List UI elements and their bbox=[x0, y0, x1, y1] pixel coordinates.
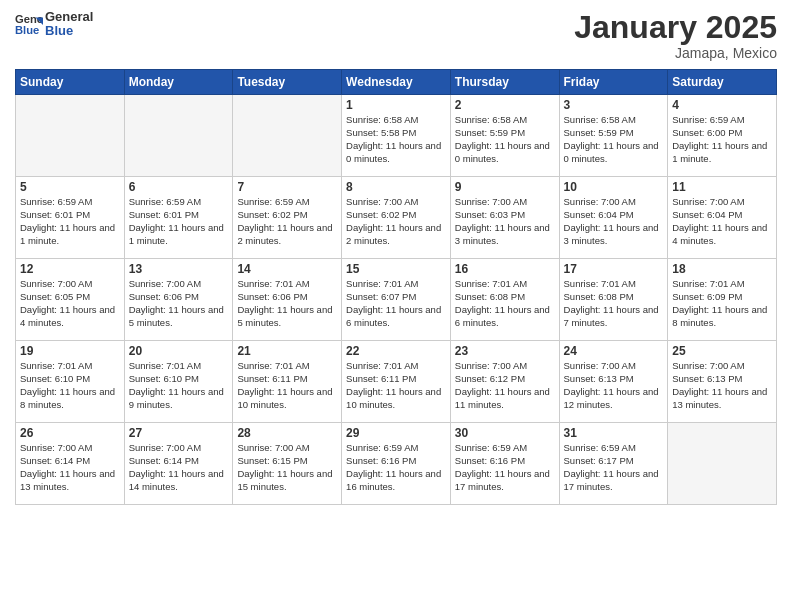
week-row-2: 12Sunrise: 7:00 AM Sunset: 6:05 PM Dayli… bbox=[16, 259, 777, 341]
calendar-cell: 10Sunrise: 7:00 AM Sunset: 6:04 PM Dayli… bbox=[559, 177, 668, 259]
day-info: Sunrise: 7:00 AM Sunset: 6:02 PM Dayligh… bbox=[346, 196, 446, 247]
day-header-saturday: Saturday bbox=[668, 70, 777, 95]
calendar-cell bbox=[124, 95, 233, 177]
day-info: Sunrise: 7:01 AM Sunset: 6:08 PM Dayligh… bbox=[564, 278, 664, 329]
day-number: 16 bbox=[455, 262, 555, 276]
day-number: 8 bbox=[346, 180, 446, 194]
calendar-cell: 28Sunrise: 7:00 AM Sunset: 6:15 PM Dayli… bbox=[233, 423, 342, 505]
day-info: Sunrise: 7:01 AM Sunset: 6:06 PM Dayligh… bbox=[237, 278, 337, 329]
day-number: 5 bbox=[20, 180, 120, 194]
day-info: Sunrise: 7:00 AM Sunset: 6:15 PM Dayligh… bbox=[237, 442, 337, 493]
title-section: January 2025 Jamapa, Mexico bbox=[574, 10, 777, 61]
calendar-cell: 14Sunrise: 7:01 AM Sunset: 6:06 PM Dayli… bbox=[233, 259, 342, 341]
calendar-cell: 18Sunrise: 7:01 AM Sunset: 6:09 PM Dayli… bbox=[668, 259, 777, 341]
calendar-cell: 23Sunrise: 7:00 AM Sunset: 6:12 PM Dayli… bbox=[450, 341, 559, 423]
day-info: Sunrise: 7:00 AM Sunset: 6:06 PM Dayligh… bbox=[129, 278, 229, 329]
day-number: 11 bbox=[672, 180, 772, 194]
calendar-cell: 1Sunrise: 6:58 AM Sunset: 5:58 PM Daylig… bbox=[342, 95, 451, 177]
calendar-cell: 2Sunrise: 6:58 AM Sunset: 5:59 PM Daylig… bbox=[450, 95, 559, 177]
day-number: 30 bbox=[455, 426, 555, 440]
calendar-cell: 21Sunrise: 7:01 AM Sunset: 6:11 PM Dayli… bbox=[233, 341, 342, 423]
logo-blue: Blue bbox=[45, 24, 93, 38]
day-number: 31 bbox=[564, 426, 664, 440]
day-info: Sunrise: 6:59 AM Sunset: 6:17 PM Dayligh… bbox=[564, 442, 664, 493]
day-info: Sunrise: 7:00 AM Sunset: 6:12 PM Dayligh… bbox=[455, 360, 555, 411]
page: General Blue General Blue January 2025 J… bbox=[0, 0, 792, 612]
day-info: Sunrise: 7:00 AM Sunset: 6:14 PM Dayligh… bbox=[20, 442, 120, 493]
day-number: 12 bbox=[20, 262, 120, 276]
day-info: Sunrise: 7:01 AM Sunset: 6:07 PM Dayligh… bbox=[346, 278, 446, 329]
day-info: Sunrise: 6:58 AM Sunset: 5:58 PM Dayligh… bbox=[346, 114, 446, 165]
calendar: SundayMondayTuesdayWednesdayThursdayFrid… bbox=[15, 69, 777, 505]
calendar-cell: 5Sunrise: 6:59 AM Sunset: 6:01 PM Daylig… bbox=[16, 177, 125, 259]
day-number: 20 bbox=[129, 344, 229, 358]
day-header-thursday: Thursday bbox=[450, 70, 559, 95]
day-info: Sunrise: 6:59 AM Sunset: 6:00 PM Dayligh… bbox=[672, 114, 772, 165]
day-info: Sunrise: 7:01 AM Sunset: 6:11 PM Dayligh… bbox=[237, 360, 337, 411]
calendar-cell: 12Sunrise: 7:00 AM Sunset: 6:05 PM Dayli… bbox=[16, 259, 125, 341]
calendar-cell bbox=[16, 95, 125, 177]
header-row: SundayMondayTuesdayWednesdayThursdayFrid… bbox=[16, 70, 777, 95]
day-info: Sunrise: 6:59 AM Sunset: 6:02 PM Dayligh… bbox=[237, 196, 337, 247]
week-row-3: 19Sunrise: 7:01 AM Sunset: 6:10 PM Dayli… bbox=[16, 341, 777, 423]
day-number: 4 bbox=[672, 98, 772, 112]
day-number: 7 bbox=[237, 180, 337, 194]
calendar-cell: 11Sunrise: 7:00 AM Sunset: 6:04 PM Dayli… bbox=[668, 177, 777, 259]
calendar-cell: 8Sunrise: 7:00 AM Sunset: 6:02 PM Daylig… bbox=[342, 177, 451, 259]
day-number: 27 bbox=[129, 426, 229, 440]
week-row-0: 1Sunrise: 6:58 AM Sunset: 5:58 PM Daylig… bbox=[16, 95, 777, 177]
day-info: Sunrise: 6:58 AM Sunset: 5:59 PM Dayligh… bbox=[455, 114, 555, 165]
day-header-sunday: Sunday bbox=[16, 70, 125, 95]
day-number: 19 bbox=[20, 344, 120, 358]
day-info: Sunrise: 7:01 AM Sunset: 6:09 PM Dayligh… bbox=[672, 278, 772, 329]
day-number: 23 bbox=[455, 344, 555, 358]
day-number: 2 bbox=[455, 98, 555, 112]
calendar-cell: 30Sunrise: 6:59 AM Sunset: 6:16 PM Dayli… bbox=[450, 423, 559, 505]
calendar-cell: 13Sunrise: 7:00 AM Sunset: 6:06 PM Dayli… bbox=[124, 259, 233, 341]
calendar-cell: 17Sunrise: 7:01 AM Sunset: 6:08 PM Dayli… bbox=[559, 259, 668, 341]
day-header-wednesday: Wednesday bbox=[342, 70, 451, 95]
day-info: Sunrise: 7:01 AM Sunset: 6:10 PM Dayligh… bbox=[20, 360, 120, 411]
day-number: 26 bbox=[20, 426, 120, 440]
day-info: Sunrise: 6:59 AM Sunset: 6:16 PM Dayligh… bbox=[346, 442, 446, 493]
day-number: 29 bbox=[346, 426, 446, 440]
calendar-cell: 27Sunrise: 7:00 AM Sunset: 6:14 PM Dayli… bbox=[124, 423, 233, 505]
week-row-4: 26Sunrise: 7:00 AM Sunset: 6:14 PM Dayli… bbox=[16, 423, 777, 505]
day-info: Sunrise: 7:00 AM Sunset: 6:13 PM Dayligh… bbox=[564, 360, 664, 411]
day-header-monday: Monday bbox=[124, 70, 233, 95]
day-number: 24 bbox=[564, 344, 664, 358]
calendar-cell: 3Sunrise: 6:58 AM Sunset: 5:59 PM Daylig… bbox=[559, 95, 668, 177]
day-info: Sunrise: 7:01 AM Sunset: 6:10 PM Dayligh… bbox=[129, 360, 229, 411]
calendar-cell: 24Sunrise: 7:00 AM Sunset: 6:13 PM Dayli… bbox=[559, 341, 668, 423]
calendar-cell: 22Sunrise: 7:01 AM Sunset: 6:11 PM Dayli… bbox=[342, 341, 451, 423]
location: Jamapa, Mexico bbox=[574, 45, 777, 61]
day-number: 14 bbox=[237, 262, 337, 276]
calendar-cell bbox=[233, 95, 342, 177]
calendar-cell: 4Sunrise: 6:59 AM Sunset: 6:00 PM Daylig… bbox=[668, 95, 777, 177]
day-number: 17 bbox=[564, 262, 664, 276]
month-title: January 2025 bbox=[574, 10, 777, 45]
day-number: 6 bbox=[129, 180, 229, 194]
day-number: 22 bbox=[346, 344, 446, 358]
calendar-cell bbox=[668, 423, 777, 505]
day-info: Sunrise: 7:00 AM Sunset: 6:04 PM Dayligh… bbox=[564, 196, 664, 247]
day-number: 28 bbox=[237, 426, 337, 440]
calendar-cell: 19Sunrise: 7:01 AM Sunset: 6:10 PM Dayli… bbox=[16, 341, 125, 423]
calendar-cell: 9Sunrise: 7:00 AM Sunset: 6:03 PM Daylig… bbox=[450, 177, 559, 259]
calendar-cell: 16Sunrise: 7:01 AM Sunset: 6:08 PM Dayli… bbox=[450, 259, 559, 341]
header: General Blue General Blue January 2025 J… bbox=[15, 10, 777, 61]
day-info: Sunrise: 7:01 AM Sunset: 6:08 PM Dayligh… bbox=[455, 278, 555, 329]
calendar-cell: 15Sunrise: 7:01 AM Sunset: 6:07 PM Dayli… bbox=[342, 259, 451, 341]
day-header-friday: Friday bbox=[559, 70, 668, 95]
day-info: Sunrise: 6:59 AM Sunset: 6:01 PM Dayligh… bbox=[20, 196, 120, 247]
day-info: Sunrise: 6:59 AM Sunset: 6:01 PM Dayligh… bbox=[129, 196, 229, 247]
day-header-tuesday: Tuesday bbox=[233, 70, 342, 95]
calendar-cell: 6Sunrise: 6:59 AM Sunset: 6:01 PM Daylig… bbox=[124, 177, 233, 259]
day-info: Sunrise: 7:00 AM Sunset: 6:03 PM Dayligh… bbox=[455, 196, 555, 247]
calendar-cell: 29Sunrise: 6:59 AM Sunset: 6:16 PM Dayli… bbox=[342, 423, 451, 505]
day-number: 13 bbox=[129, 262, 229, 276]
day-number: 9 bbox=[455, 180, 555, 194]
logo: General Blue General Blue bbox=[15, 10, 93, 39]
day-info: Sunrise: 7:00 AM Sunset: 6:14 PM Dayligh… bbox=[129, 442, 229, 493]
day-number: 21 bbox=[237, 344, 337, 358]
